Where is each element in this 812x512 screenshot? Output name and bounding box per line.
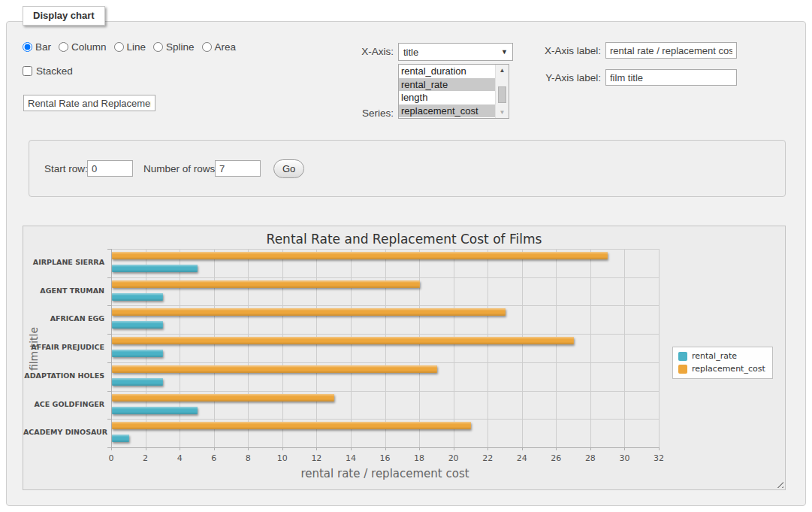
legend-item[interactable]: replacement_cost [678,364,765,374]
bar-rental_rate[interactable] [112,350,163,357]
gridline [111,419,659,420]
legend-item[interactable]: rental_rate [678,351,765,361]
category-label: ACE GOLDFINGER [23,400,104,408]
gridline [111,249,659,250]
scrollbar-up-icon[interactable]: ▲ [496,65,509,76]
bar-rental_rate[interactable] [112,293,163,301]
series-option[interactable]: rental_rate [399,78,495,92]
num-rows-label: Number of rows: [143,163,218,174]
x-tick-label: 18 [404,453,434,463]
series-option[interactable]: length [399,91,495,105]
chart-type-radios: Bar Column Line Spline Area [23,41,236,53]
resize-handle-icon[interactable] [774,479,783,488]
bar-replacement_cost[interactable] [112,365,437,373]
x-tick-label: 22 [472,453,503,463]
chart-legend: rental_ratereplacement_cost [672,347,773,379]
x-axis-label-field-label: X-Axis label: [545,45,601,56]
category-label: AIRPLANE SIERRA [23,258,104,266]
bar-rental_rate[interactable] [112,378,163,386]
y-axis-line [111,249,112,447]
radio-bar-label[interactable]: Bar [35,41,51,53]
gridline [248,249,249,447]
x-tick-label: 0 [96,453,126,463]
radio-column-label[interactable]: Column [71,41,107,53]
scrollbar-thumb[interactable] [498,86,506,103]
gridline [214,249,215,447]
x-tick-label: 12 [301,453,331,463]
gridline [282,249,283,447]
x-tick-label: 30 [609,453,639,463]
stacked-checkbox[interactable] [23,66,32,76]
bar-replacement_cost[interactable] [112,308,506,316]
stacked-label[interactable]: Stacked [36,65,73,77]
gridline [111,277,659,278]
chevron-down-icon: ▼ [501,48,508,56]
series-select-label: Series: [362,108,394,119]
series-multiselect[interactable]: rental_durationrental_ratelengthreplacem… [398,64,509,119]
radio-column[interactable] [59,42,68,52]
radio-spline[interactable] [153,42,163,52]
x-tick-label: 24 [507,453,537,463]
series-option-list: rental_durationrental_ratelengthreplacem… [399,65,495,118]
gridline [488,249,488,447]
x-tick-label: 10 [267,453,297,463]
x-tick-label: 28 [575,453,605,463]
gridline [522,249,523,447]
x-tick-label: 6 [199,453,229,463]
bar-replacement_cost[interactable] [112,337,574,344]
y-axis-label-field-label: Y-Axis label: [545,72,601,83]
gridline [590,249,591,447]
series-option[interactable]: rental_duration [399,65,495,78]
chart-title: Rental Rate and Replacement Cost of Film… [23,232,785,247]
go-button[interactable]: Go [273,159,304,178]
radio-area[interactable] [202,42,212,52]
bar-replacement_cost[interactable] [112,280,420,288]
radio-line[interactable] [114,42,124,52]
gridline [454,249,454,447]
x-axis-selected-value: title [403,47,418,58]
x-tick-label: 2 [131,453,161,463]
scrollbar-down-icon[interactable]: ▼ [496,107,509,118]
start-row-input[interactable] [87,160,133,177]
series-scrollbar[interactable]: ▲ ▼ [495,65,509,118]
legend-swatch [678,365,687,374]
row-params-panel [29,140,786,197]
x-tick-label: 26 [541,453,571,463]
gridline [111,305,659,306]
bar-replacement_cost[interactable] [112,394,334,401]
x-axis-select-label: X-Axis: [361,46,394,57]
gridline [419,249,420,447]
radio-line-label[interactable]: Line [127,41,146,53]
legend-swatch [678,352,687,361]
x-axis-label-input[interactable] [605,42,737,59]
gridline [111,334,659,335]
bar-replacement_cost[interactable] [112,422,471,429]
bar-rental_rate[interactable] [112,265,198,272]
stacked-row: Stacked [23,65,73,77]
radio-bar[interactable] [23,42,32,52]
category-label: AFRICAN EGG [23,314,104,323]
series-option[interactable]: replacement_cost [399,105,495,118]
start-row-label: Start row: [44,163,88,174]
y-axis-label-input[interactable] [605,69,737,86]
bar-rental_rate[interactable] [112,321,163,329]
bar-replacement_cost[interactable] [112,252,608,259]
x-tick-label: 8 [233,453,263,463]
chart-panel: Rental Rate and Replacement Cost of Film… [23,226,786,490]
num-rows-input[interactable] [215,160,261,177]
chart-title-input[interactable] [23,95,155,111]
gridline [351,249,352,447]
bar-rental_rate[interactable] [112,407,198,414]
category-label: AGENT TRUMAN [23,286,104,295]
x-axis-line [111,447,659,448]
gridline [556,249,557,447]
category-label: ACADEMY DINOSAUR [23,428,104,436]
radio-spline-label[interactable]: Spline [166,41,195,53]
chart-x-axis-title: rental rate / replacement cost [111,467,659,480]
fieldset-legend: Display chart [23,6,105,26]
category-label: ADAPTATION HOLES [23,371,104,380]
gridline [316,249,317,447]
bar-rental_rate[interactable] [112,435,129,442]
x-axis-select[interactable]: title ▼ [398,43,513,61]
radio-area-label[interactable]: Area [215,41,237,53]
